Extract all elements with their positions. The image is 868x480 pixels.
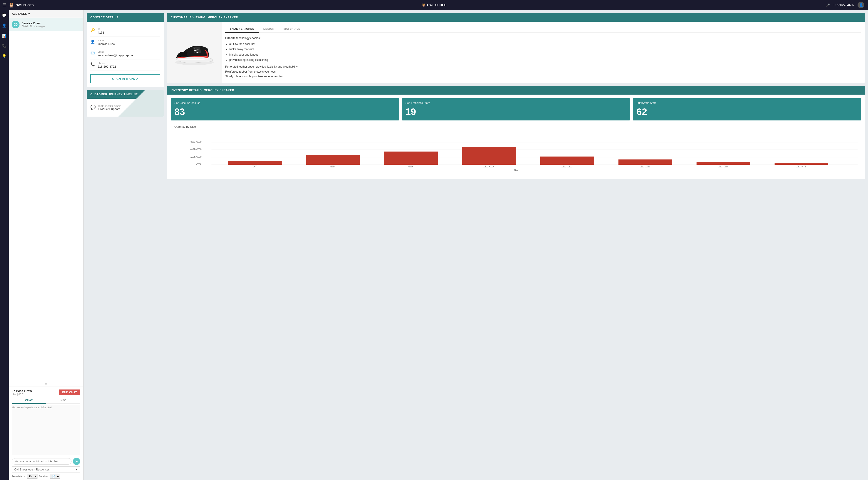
icon-sidebar: 💬 👤 📊 📞 💡 [0,10,9,480]
id-label: ID [98,28,104,30]
tab-info[interactable]: INFO [46,398,81,403]
feature-sub-list: air flow for a cool foot wicks away mois… [225,42,861,63]
sidebar-icon-analytics[interactable]: 📊 [1,33,7,39]
translate-to-select[interactable]: EN [27,474,37,479]
end-chat-button[interactable]: END CHAT [59,389,80,396]
contact-name-field: 👤 Name Jessica Drew [90,37,160,48]
contact-details-header: CONTACT DETAILS [87,13,164,22]
chart-wrap: 0 20 40 60 7 [174,131,858,172]
brand-name: OWL SHOES [16,3,34,7]
bar-11 [540,157,594,165]
task-info: Jessica Drew 00:01 | No messages [22,22,80,28]
svg-text:8: 8 [330,165,335,168]
phone-number: +16502784607 [833,3,855,7]
svg-text:14: 14 [795,165,807,168]
svg-text:20: 20 [190,156,202,158]
task-item[interactable]: JD Jessica Drew 00:01 | No messages [9,18,83,31]
feature-sub-item: provides long-lasting cushioning [229,58,861,63]
feature-list: Ortholite technology enables: air flow f… [225,36,861,79]
agent-responses-label: Owl Shoes Agent Responses [14,468,50,471]
chat-user-name: Jessica Drew [12,389,32,393]
store-name-1: San Francisco Store [405,101,627,105]
store-count-2: 62 [637,106,858,117]
bar-7 [228,161,282,165]
task-panel: ALL TASKS ▼ JD Jessica Drew 00:01 | No m… [9,10,84,480]
feature-sub-item: inhibits odor and fungus [229,53,861,57]
timeline-item: 💬 09/11/2019 03:06pm Product Support [90,102,160,113]
person-icon: 👤 [90,39,95,44]
agent-responses-dropdown[interactable]: Owl Shoes Agent Responses ▼ [12,467,80,473]
user-avatar[interactable]: 👤 [858,2,864,8]
bar-chart: 0 20 40 60 7 [174,131,858,167]
chart-x-label: Size [174,169,858,172]
left-column: CONTACT DETAILS 🔑 ID 4151 👤 Name Jessica… [87,13,164,477]
contact-phone-field: 📞 Phone 518-299-8722 [90,60,160,71]
tab-design[interactable]: DESIGN [259,25,279,32]
phone-icon: 📞 [90,62,95,66]
chat-input[interactable] [12,458,71,465]
bar-12 [618,160,672,165]
inventory-header: INVENTORY DETAILS: MERCURY SNEAKER [167,86,865,95]
feature-extra-1: Reinforced rubber front protects your to… [225,69,861,74]
store-card-0: San Jose Warehouse 83 [171,98,399,121]
sidebar-icon-chat[interactable]: 💬 [1,12,7,19]
svg-text:0: 0 [196,163,202,166]
timeline-time: 09/11/2019 03:06pm [98,105,121,107]
dropdown-arrow-icon: ▼ [75,468,78,471]
journey-header: CUSTOMER JOURNEY TIMELINE [87,90,164,99]
task-avatar: JD [12,21,20,28]
timeline-event: Product Support [98,107,121,111]
chat-messages-area: You are not a participant of this chat [12,405,80,455]
sidebar-icon-users[interactable]: 👤 [1,23,7,29]
bar-9 [384,151,438,165]
email-value: jessica.drew@hspycorp.com [98,54,135,57]
svg-text:13: 13 [717,165,729,168]
bar-8 [306,156,360,165]
phone-value: 518-299-8722 [98,65,116,68]
svg-text:9: 9 [408,165,413,168]
bar-10 [462,147,516,165]
nav-center: 🦉 OWL SHOES [45,3,823,7]
contact-email-field: ✉️ Email jessica.drew@hspycorp.com [90,48,160,60]
send-as-label: Send as: [39,475,49,478]
task-list: JD Jessica Drew 00:01 | No messages [9,18,83,381]
tab-materials[interactable]: MATERIALS [279,25,305,32]
mic-icon[interactable]: 🎤 [826,3,830,7]
key-icon: 🔑 [90,28,95,32]
sidebar-icon-phone[interactable]: 📞 [1,43,7,49]
all-tasks-header[interactable]: ALL TASKS ▼ [9,10,83,18]
name-value: Jessica Drew [98,42,115,45]
svg-text:10: 10 [483,165,495,168]
tab-shoe-features[interactable]: SHOE FEATURES [225,25,259,33]
tasks-dropdown-icon: ▼ [28,12,30,15]
store-card-2: Sunnyvale Store 62 [633,98,861,121]
send-icon: ➤ [75,459,78,463]
inventory-body: San Jose Warehouse 83 San Francisco Stor… [167,95,865,179]
chat-tabs: CHAT INFO [12,398,80,404]
contact-details-card: CONTACT DETAILS 🔑 ID 4151 👤 Name Jessica… [87,13,164,87]
name-label: Name [98,39,115,42]
svg-text:60: 60 [190,140,202,143]
shoe-image [172,36,217,68]
inventory-card: INVENTORY DETAILS: MERCURY SNEAKER San J… [167,86,865,179]
chart-title: Quantity by Size [174,125,858,128]
feature-extra-2: Sturdy rubber outsole promises superior … [225,74,861,79]
store-cards: San Jose Warehouse 83 San Francisco Stor… [171,98,861,121]
email-label: Email [98,50,135,53]
task-user-name: Jessica Drew [22,22,80,25]
hamburger-icon[interactable]: ☰ [3,2,6,7]
tab-chat[interactable]: CHAT [12,398,46,404]
all-tasks-label: ALL TASKS [12,12,27,15]
sidebar-icon-tips[interactable]: 💡 [1,53,7,59]
feature-main: Ortholite technology enables: [225,36,861,41]
not-participant-msg: You are not a participant of this chat [12,405,80,410]
drag-handle[interactable]: ≡ [9,381,83,387]
open-maps-button[interactable]: OPEN IN MAPS ↗ [90,74,160,83]
product-body: SHOE FEATURES DESIGN MATERIALS Ortholite… [167,22,865,83]
chart-section: Quantity by Size 0 20 40 60 [171,125,861,175]
bar-14 [775,163,828,165]
task-status: 00:01 | No messages [22,25,80,28]
send-as-select[interactable]: 📄 [50,474,60,479]
send-button[interactable]: ➤ [73,458,80,465]
store-name-2: Sunnyvale Store [637,101,858,105]
